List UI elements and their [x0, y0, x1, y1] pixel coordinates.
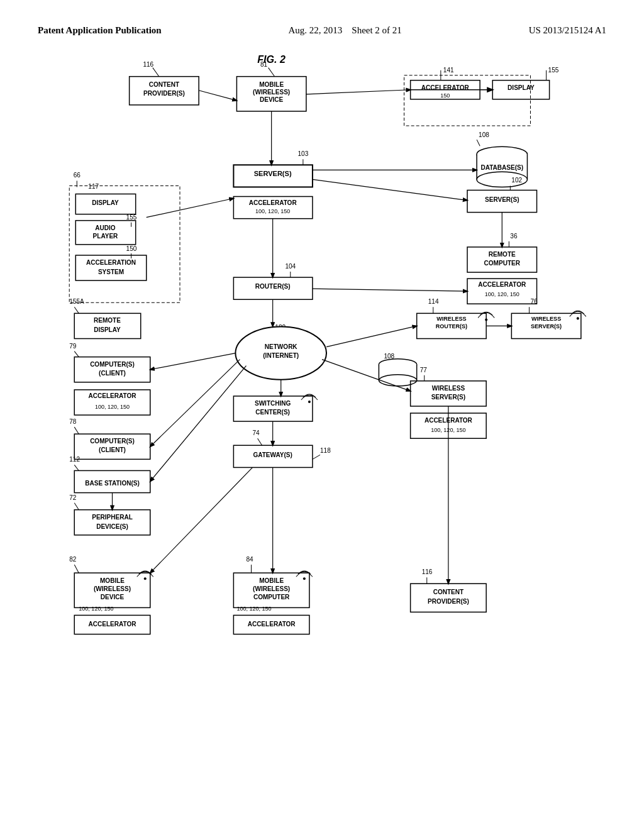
conn-net-base [150, 366, 247, 482]
label-remote-1: REMOTE [489, 251, 516, 258]
ref-79: 79 [69, 343, 77, 350]
label-peripheral-1: PERIPHERAL [92, 514, 133, 521]
label-mob-dev-bot-1: MOBILE [100, 577, 125, 584]
page-header: Patent Application Publication Aug. 22, … [38, 25, 606, 36]
label-accel-sys-2: SYSTEM [98, 268, 124, 275]
label-acc-main-2: 100, 120, 150 [255, 208, 290, 214]
label-wireless-router-1: WIRELESS [436, 316, 466, 322]
ref-114: 114 [428, 298, 439, 305]
label-switching-1: SWITCHING [255, 400, 291, 407]
ref-81: 81 [260, 61, 268, 68]
label-mobile-3: DEVICE [260, 96, 284, 103]
label-computer-client2-2: (CLIENT) [99, 446, 126, 453]
label-server-right: SERVER(S) [485, 196, 519, 203]
ref-103: 103 [297, 150, 308, 157]
header-patent-number: US 2013/215124 A1 [529, 25, 606, 36]
conn-mobile-acc-top [306, 90, 411, 94]
ref-112: 112 [69, 456, 80, 463]
conn-router-remote-acc [313, 289, 467, 291]
ref-104: 104 [285, 263, 296, 270]
label-database: DATABASE(S) [480, 164, 523, 171]
label-content-top-2: PROVIDER(S) [143, 90, 185, 97]
label-acc-remote-2: 100, 120, 150 [485, 291, 519, 297]
svg-line-12 [74, 307, 79, 313]
conn-net-comp1 [150, 353, 236, 370]
label-mobile-1: MOBILE [259, 81, 284, 88]
ref-74: 74 [253, 429, 260, 436]
ref-155-left: 155 [126, 214, 137, 221]
wifi5-2 [296, 572, 313, 577]
ref-118: 118 [320, 447, 331, 454]
label-network-1: NETWORK [265, 343, 298, 350]
svg-line-17 [74, 427, 79, 434]
label-computer-client2-1: COMPUTER(S) [90, 438, 135, 445]
ref-36: 36 [510, 233, 518, 240]
label-wireless-srv-r-2: SERVER(S) [531, 323, 562, 329]
header-center: Aug. 22, 2013 Sheet 2 of 21 [288, 25, 401, 36]
label-remote-display-2: DISPLAY [94, 326, 121, 333]
label-mob-dev-bot-2: (WIRELESS) [94, 585, 131, 592]
ref-108-mid: 108 [384, 353, 394, 360]
header-date: Aug. 22, 2013 [288, 25, 342, 35]
label-switching-2: CENTER(S) [255, 409, 290, 416]
ref-102: 102 [511, 177, 522, 184]
ref-77: 77 [420, 367, 428, 374]
label-peripheral-2: DEVICE(S) [96, 523, 128, 530]
cylinder2-bottom [379, 375, 416, 386]
svg-line-20 [74, 503, 79, 510]
label-computer-client1-2: (CLIENT) [99, 370, 126, 377]
header-title: Patent Application Publication [38, 25, 162, 36]
wifi4-dot [144, 577, 147, 580]
conn-display-mobile [147, 199, 234, 218]
wifi5-dot [303, 577, 306, 580]
ref-72: 72 [69, 494, 77, 501]
label-content-top-1: CONTENT [149, 81, 180, 88]
svg-line-24 [313, 455, 320, 459]
label-wireless-srv-mid-2: SERVER(S) [431, 394, 465, 401]
label-wireless-router-2: ROUTER(S) [436, 323, 467, 329]
ref-141: 141 [443, 67, 454, 74]
label-computer-client1-1: COMPUTER(S) [90, 361, 135, 368]
svg-line-15 [74, 351, 79, 357]
wifi3-dot [308, 401, 311, 403]
ref-116-bottom: 116 [422, 568, 433, 575]
label-mob-dev-bot-3: DEVICE [101, 594, 125, 600]
dashed-box-top [404, 75, 531, 126]
svg-line-4 [477, 140, 480, 146]
conn-server-server-r [313, 179, 467, 200]
label-network-2: (INTERNET) [263, 352, 299, 359]
conn-net-wireless-router [326, 326, 417, 346]
svg-line-2 [269, 68, 275, 77]
svg-line-21 [74, 565, 79, 573]
conn-gateway-mob1 [150, 467, 253, 573]
label-display-left: DISPLAY [92, 199, 119, 206]
ref-116-top: 116 [143, 61, 153, 68]
ref-82: 82 [69, 556, 77, 563]
label-content-bot-2: PROVIDER(S) [428, 598, 469, 605]
label-accel-sys-1: ACCELERATION [86, 259, 136, 266]
label-remote-display-1: REMOTE [94, 317, 121, 324]
ref-66: 66 [74, 172, 81, 179]
label-base-station: BASE STATION(S) [85, 480, 140, 487]
ref-150-left: 150 [126, 245, 137, 252]
ref-155-top: 155 [548, 67, 559, 74]
ref-155a: 155A [69, 298, 84, 305]
label-wireless-srv-r-1: WIRELESS [531, 316, 561, 322]
label-mob-comp-3: COMPUTER [253, 594, 290, 600]
conn-net-comp2 [150, 360, 240, 447]
ref-76: 76 [530, 298, 538, 305]
ref-108-top: 108 [479, 131, 489, 138]
ref-100-mob1: 100, 120, 150 [79, 606, 113, 612]
label-acc-client1-2: 100, 120, 150 [95, 404, 130, 410]
label-remote-2: COMPUTER [484, 260, 521, 267]
label-server-main: SERVER(S) [254, 170, 292, 177]
label-acc-remote-1: ACCELERATOR [478, 281, 526, 288]
ref-117: 117 [88, 183, 99, 190]
conn-content-mobile [199, 91, 236, 101]
patent-diagram: FIG. 2 141 155 ACCELERATOR 150 DISPLAY 8… [38, 42, 606, 772]
ref-84: 84 [246, 556, 253, 563]
label-router: ROUTER(S) [255, 283, 291, 290]
patent-page: Patent Application Publication Aug. 22, … [0, 0, 644, 830]
label-acc-client1-1: ACCELERATOR [89, 392, 137, 399]
wifi2-dot [577, 317, 579, 319]
